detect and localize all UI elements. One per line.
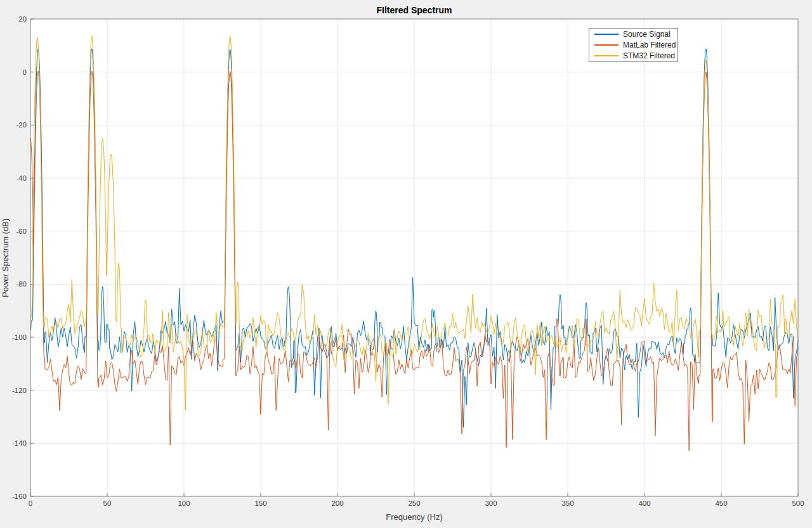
x-tick-label: 250 xyxy=(408,499,420,507)
legend-label: STM32 Filtered xyxy=(623,51,675,60)
legend-line-sample xyxy=(594,44,619,46)
y-axis-label: Power Spectrum (dB) xyxy=(1,19,10,496)
y-tick-label: -40 xyxy=(16,174,27,182)
legend-row: MatLab Filtered xyxy=(589,39,678,50)
y-tick-label: -100 xyxy=(12,333,27,341)
x-tick-label: 100 xyxy=(178,499,190,507)
x-tick-label: 500 xyxy=(792,499,804,507)
x-tick-label: 0 xyxy=(29,499,32,507)
y-tick-label: 0 xyxy=(23,68,27,76)
plot-title: FIltered Spectrum xyxy=(30,5,798,15)
spectrum-plot: 050100150200250300350400450500-160-140-1… xyxy=(0,0,812,528)
y-tick-label: -60 xyxy=(16,228,27,235)
y-tick-label: -120 xyxy=(12,387,27,394)
y-tick-label: -140 xyxy=(12,439,27,447)
y-tick-label: 20 xyxy=(18,15,27,23)
legend-line-sample xyxy=(594,55,619,56)
matlab-figure: 050100150200250300350400450500-160-140-1… xyxy=(0,0,812,528)
x-axis-label: Frequency (Hz) xyxy=(30,512,798,522)
x-tick-label: 450 xyxy=(715,499,727,507)
legend-line-sample xyxy=(594,34,619,35)
legend-row: STM32 Filtered xyxy=(589,51,678,61)
x-tick-label: 50 xyxy=(103,499,112,507)
x-tick-label: 300 xyxy=(485,499,497,507)
x-tick-label: 200 xyxy=(331,499,343,507)
x-tick-label: 150 xyxy=(254,499,266,507)
x-tick-label: 350 xyxy=(561,499,573,507)
y-tick-label: -160 xyxy=(12,493,27,500)
legend-label: Source Signal xyxy=(623,30,671,39)
legend: Source Signal MatLab Filtered STM32 Filt… xyxy=(589,28,678,62)
legend-row: Source Signal xyxy=(589,29,678,39)
y-tick-label: -20 xyxy=(16,121,27,129)
y-tick-label: -80 xyxy=(16,280,27,288)
legend-label: MatLab Filtered xyxy=(623,41,676,49)
x-tick-label: 400 xyxy=(638,499,650,507)
